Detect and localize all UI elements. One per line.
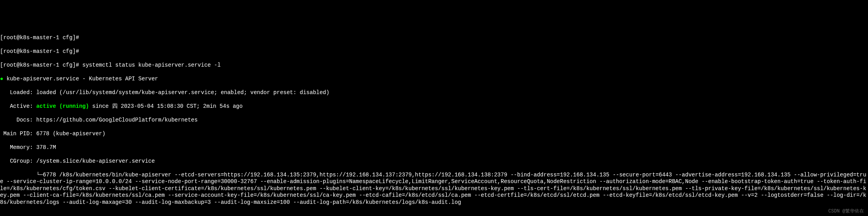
cgroup-line: CGroup: /system.slice/kube-apiserver.ser… bbox=[0, 158, 868, 165]
command-line: [root@k8s-master-1 cfg]# systemctl statu… bbox=[0, 62, 868, 69]
active-since: since 四 2023-05-04 15:08:30 CST; 2min 54… bbox=[89, 103, 243, 109]
prompt-line: [root@k8s-master-1 cfg]# bbox=[0, 48, 868, 55]
main-pid-line: Main PID: 6778 (kube-apiserver) bbox=[0, 131, 868, 138]
loaded-line: Loaded: loaded (/usr/lib/systemd/system/… bbox=[0, 89, 868, 96]
prompt: [root@k8s-master-1 cfg]# bbox=[0, 62, 82, 68]
terminal-output[interactable]: [root@k8s-master-1 cfg]# [root@k8s-maste… bbox=[0, 27, 868, 216]
service-name: kube-apiserver.service - Kubernetes API … bbox=[3, 76, 158, 82]
active-status: active (running) bbox=[36, 103, 89, 109]
prompt-line: [root@k8s-master-1 cfg]# bbox=[0, 34, 868, 42]
active-line: Active: active (running) since 四 2023-05… bbox=[0, 103, 868, 110]
blank-line bbox=[0, 213, 868, 216]
active-label: Active: bbox=[0, 103, 36, 109]
memory-line: Memory: 378.7M bbox=[0, 144, 868, 151]
watermark-text: CSDN @繁华依在 bbox=[828, 209, 864, 214]
docs-line: Docs: https://github.com/GoogleCloudPlat… bbox=[0, 117, 868, 124]
service-header-line: ● kube-apiserver.service - Kubernetes AP… bbox=[0, 76, 868, 83]
cgroup-detail-line: └─6778 /k8s/kubernetes/bin/kube-apiserve… bbox=[0, 172, 868, 206]
command-text: systemctl status kube-apiserver.service … bbox=[82, 62, 221, 68]
